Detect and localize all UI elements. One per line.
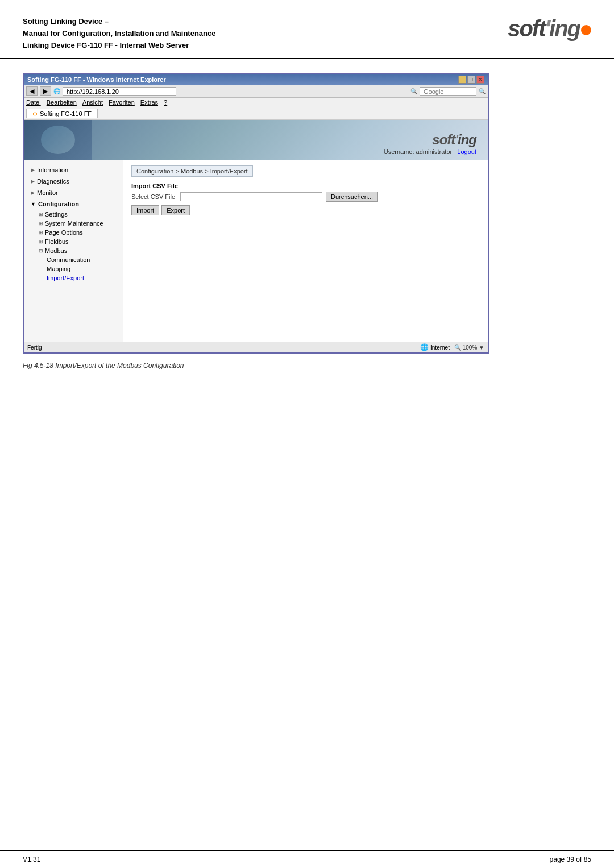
import-button[interactable]: Import <box>131 205 159 215</box>
submenu-label-system-maintenance: System Maintenance <box>45 220 103 227</box>
browser-menu-favoriten[interactable]: Favoriten <box>109 99 135 106</box>
browser-close-btn[interactable]: ✕ <box>476 76 484 84</box>
browser-active-tab[interactable]: ⚙ Softing FG-110 FF <box>26 109 98 118</box>
browser-menu-datei[interactable]: Datei <box>26 99 41 106</box>
page-header-banner: soft'ing Username: administrator Logout <box>24 120 488 160</box>
sidebar-arrow-configuration: ▼ <box>31 201 36 207</box>
main-panel: Configuration > Modbus > Import/Export I… <box>123 160 488 342</box>
sidebar-item-diagnostics[interactable]: ▶ Diagnostics <box>24 176 123 187</box>
submenu-label-mapping: Mapping <box>47 265 70 272</box>
submenu-label-modbus: Modbus <box>45 247 67 254</box>
sidebar-label-monitor: Monitor <box>37 189 58 196</box>
breadcrumb: Configuration > Modbus > Import/Export <box>131 165 253 177</box>
durchsuchen-button[interactable]: Durchsuchen... <box>326 192 378 202</box>
sidebar-item-monitor[interactable]: ▶ Monitor <box>24 187 123 198</box>
browser-address-label: 🌐 <box>53 88 60 94</box>
browser-restore-btn[interactable]: □ <box>467 76 475 84</box>
zoom-value: 100% <box>463 344 478 351</box>
sidebar-label-information: Information <box>37 167 68 173</box>
page-header-logo: soft'ing <box>432 132 476 148</box>
submenu-icon-settings: ⊞ <box>39 211 43 217</box>
page-logo-soft: soft <box>432 132 455 147</box>
footer-page: page 39 of 85 <box>550 855 591 863</box>
submenu-label-page-options: Page Options <box>45 229 83 236</box>
page-header-user-area: Username: administrator Logout <box>384 148 476 155</box>
doc-content: Softing FG-110 FF - Windows Internet Exp… <box>0 59 614 392</box>
status-right: 🌐 Internet 🔍 100% ▼ <box>420 343 484 351</box>
browser-search-label: 🔍 <box>410 88 417 94</box>
status-left: Fertig <box>27 344 42 351</box>
export-button[interactable]: Export <box>161 205 190 215</box>
doc-header: Softing Linking Device – Manual for Conf… <box>0 0 614 59</box>
browser-search-icon: 🔍 <box>479 88 486 94</box>
browser-titlebar: Softing FG-110 FF - Windows Internet Exp… <box>24 74 488 85</box>
sidebar-submenu-settings[interactable]: ⊞ Settings <box>34 210 123 219</box>
submenu-icon-page-options: ⊞ <box>39 230 43 235</box>
sidebar-arrow-information: ▶ <box>31 167 35 173</box>
browser-title: Softing FG-110 FF - Windows Internet Exp… <box>27 76 166 83</box>
import-section-title: Import CSV File <box>131 182 480 189</box>
browser-minimize-btn[interactable]: – <box>458 76 466 84</box>
doc-footer: V1.31 page 39 of 85 <box>0 850 614 868</box>
browser-menu-help[interactable]: ? <box>164 99 167 106</box>
sidebar-item-configuration[interactable]: ▼ Configuration <box>24 198 123 210</box>
submenu-icon-modbus: ⊟ <box>39 248 43 254</box>
sidebar-submenu-import-export[interactable]: Import/Export <box>42 273 123 283</box>
logo-ing-text: ing <box>549 16 580 41</box>
browser-search-input[interactable] <box>420 87 476 96</box>
browser-menu-extras[interactable]: Extras <box>140 99 158 106</box>
sidebar: ▶ Information ▶ Diagnostics ▶ Monitor ▼ … <box>24 160 123 342</box>
submenu-label-communication: Communication <box>47 256 90 263</box>
footer-version: V1.31 <box>23 855 40 863</box>
submenu-label-fieldbus: Fieldbus <box>45 238 69 245</box>
logo-circle <box>581 25 591 35</box>
browser-forward-btn[interactable]: ▶ <box>40 86 51 96</box>
browser-back-btn[interactable]: ◀ <box>26 86 38 96</box>
sidebar-modbus-children: Communication Mapping Import/Export <box>34 255 123 283</box>
tab-favicon: ⚙ <box>32 111 38 117</box>
sidebar-label-configuration: Configuration <box>38 201 79 207</box>
browser-window-buttons: – □ ✕ <box>458 76 484 84</box>
page-body: ▶ Information ▶ Diagnostics ▶ Monitor ▼ … <box>24 160 488 342</box>
logout-link[interactable]: Logout <box>457 148 476 155</box>
submenu-icon-fieldbus: ⊞ <box>39 239 43 244</box>
submenu-label-import-export: Import/Export <box>47 275 84 281</box>
browser-menu-bearbeiten[interactable]: Bearbeiten <box>47 99 77 106</box>
internet-label: Internet <box>430 344 450 351</box>
status-internet: 🌐 Internet <box>420 343 450 351</box>
sidebar-submenu-page-options[interactable]: ⊞ Page Options <box>34 228 123 237</box>
softing-logo: soft'ing <box>508 16 591 41</box>
doc-title-line2: Manual for Configuration, Installation a… <box>23 28 215 40</box>
browser-tab-label: Softing FG-110 FF <box>40 110 92 117</box>
figure-caption: Fig 4.5-18 Import/Export of the Modbus C… <box>23 362 591 369</box>
sidebar-submenu-communication[interactable]: Communication <box>42 255 123 264</box>
sidebar-arrow-monitor: ▶ <box>31 190 35 196</box>
zoom-control[interactable]: 🔍 100% ▼ <box>454 344 484 351</box>
import-export-buttons: Import Export <box>131 205 480 215</box>
sidebar-item-information[interactable]: ▶ Information <box>24 164 123 176</box>
browser-window: Softing FG-110 FF - Windows Internet Exp… <box>23 73 489 354</box>
csv-file-input[interactable] <box>180 192 322 201</box>
browser-statusbar: Fertig 🌐 Internet 🔍 100% ▼ <box>24 342 488 352</box>
logo-t-text: ' <box>545 16 550 41</box>
browser-toolbar: ◀ ▶ 🌐 🔍 🔍 <box>24 85 488 98</box>
sidebar-submenu-modbus[interactable]: ⊟ Modbus <box>34 246 123 255</box>
sidebar-submenu-system-maintenance[interactable]: ⊞ System Maintenance <box>34 219 123 228</box>
header-device-icon <box>41 126 75 154</box>
page-logo-ing: ing <box>458 132 476 147</box>
sidebar-submenu-configuration: ⊞ Settings ⊞ System Maintenance ⊞ Page O… <box>24 210 123 283</box>
browser-menu-ansicht[interactable]: Ansicht <box>82 99 103 106</box>
browser-tab-bar: ⚙ Softing FG-110 FF <box>24 107 488 120</box>
browser-address-input[interactable] <box>63 87 176 96</box>
browser-menu-bar: Datei Bearbeiten Ansicht Favoriten Extra… <box>24 98 488 107</box>
doc-title-line3: Linking Device FG-110 FF - Internal Web … <box>23 40 215 52</box>
sidebar-submenu-fieldbus[interactable]: ⊞ Fieldbus <box>34 237 123 246</box>
sidebar-arrow-diagnostics: ▶ <box>31 178 35 184</box>
browser-page-content: soft'ing Username: administrator Logout … <box>24 120 488 342</box>
select-file-label: Select CSV File <box>131 193 177 200</box>
doc-title-line1: Softing Linking Device – <box>23 16 215 28</box>
header-logo-area <box>24 120 92 160</box>
import-file-row: Select CSV File Durchsuchen... <box>131 192 480 202</box>
sidebar-submenu-mapping[interactable]: Mapping <box>42 264 123 273</box>
doc-header-text: Softing Linking Device – Manual for Conf… <box>23 16 215 51</box>
